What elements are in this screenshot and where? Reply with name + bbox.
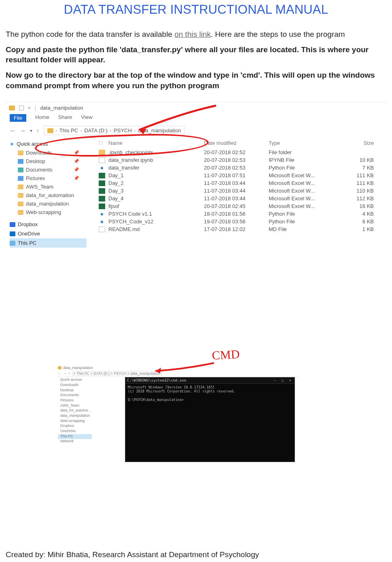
sidebar-thispc[interactable]: This PC [10,238,87,248]
col-type[interactable]: Type [269,140,341,146]
folder-icon [47,128,53,133]
intro-text-a: The python code for the data transfer is… [6,30,174,38]
intro-paragraph: The python code for the data transfer is… [6,29,386,40]
annotation-label-cmd: CMD [212,347,240,363]
pc-icon [10,241,15,246]
cmd-output[interactable]: Microsoft Windows [Version 10.0.17134.16… [125,384,295,403]
excel-icon [99,196,105,201]
sidebar-item-downloads[interactable]: Downloads📌 [10,148,87,157]
file-row[interactable]: Day_211-07-2018 03:44Microsoft Excel W..… [99,179,384,187]
excel-icon [99,173,105,178]
cmd-screenshot: CMD data_manipulation ←→↑> This PC > DAT… [56,365,299,470]
file-row[interactable]: .ipynb_checkpoints20-07-2018 02:52File f… [99,148,384,156]
window-titlebar: ▾ | data_manipulation [6,102,387,113]
downloads-icon [18,151,23,155]
window-title-text: data_manipulation [40,105,83,111]
sidebar-item-documents[interactable]: Documents📌 [10,165,87,174]
window-controls[interactable]: — ▢ ✕ [274,378,293,382]
excel-icon [99,204,105,209]
file-row[interactable]: README.md17-07-2018 12:02MD File1 KB [99,225,384,233]
py-icon [99,219,105,225]
file-row[interactable]: data_transfer20-07-2018 02:53Python File… [99,164,384,172]
recent-dropdown-icon[interactable]: ▾ [30,128,32,134]
documents-icon [18,168,23,172]
sidebar-dropbox[interactable]: Dropbox [10,220,87,229]
pin-icon: 📌 [74,150,79,155]
folder-icon [18,193,23,198]
onedrive-icon [10,231,15,236]
file-row[interactable]: PSYCH_Code_v1219-07-2018 03:56Python Fil… [99,218,384,225]
md-icon [99,227,105,232]
crumb-folder[interactable]: data_manipulation [138,127,181,134]
step-1: Copy and paste the python file 'data_tra… [6,45,386,65]
back-icon[interactable]: ← [10,127,16,134]
file-list-header: Name Date modified Type Size [99,138,384,148]
separator-icon: ▾ [28,105,31,111]
tab-share[interactable]: Share [58,114,72,122]
chevron-right-icon: › [56,128,57,133]
crumb-drive[interactable]: DATA (D:) [84,127,107,134]
sidebar-quick-access[interactable]: ★Quick access [10,139,87,148]
ipynb-icon [99,157,105,163]
sidebar-onedrive[interactable]: OneDrive [10,229,87,238]
sidebar-item-desktop[interactable]: Desktop📌 [10,157,87,165]
folder-icon [9,106,15,110]
folder-icon [18,201,23,206]
dropbox-icon [10,222,15,227]
step-2: Now go to the directory bar at the top o… [6,70,386,91]
sidebar-item-aws[interactable]: AWS_Team [10,182,87,191]
pictures-icon [18,176,23,181]
py-icon [99,165,105,171]
tab-view[interactable]: View [81,114,92,122]
forward-icon[interactable]: → [20,127,26,134]
breadcrumb[interactable]: › This PC › DATA (D:) › PSYCH › data_man… [44,126,185,135]
excel-icon [99,188,105,194]
blank-icon [19,106,24,110]
py-icon [99,211,105,217]
file-row[interactable]: Day_311-07-2018 03:44Microsoft Excel W..… [99,187,384,195]
ribbon-tabs: File Home Share View [6,113,387,124]
file-row[interactable]: data_transfer.ipynb20-07-2018 02:53IPYNB… [99,156,384,164]
file-row[interactable]: Day_111-07-2018 07:51Microsoft Excel W..… [99,172,384,179]
page-title: DATA TRANSFER INSTRUCTIONAL MANUAL [6,2,386,17]
folder-icon [18,185,23,189]
crumb-psych[interactable]: PSYCH [114,127,132,134]
col-date[interactable]: Date modified [204,140,269,146]
folder-icon [99,150,105,155]
up-icon[interactable]: ↑ [36,127,40,134]
file-row[interactable]: fijsof20-07-2018 02:45Microsoft Excel W.… [99,202,384,210]
desktop-icon [18,159,23,164]
explorer-screenshot: ▾ | data_manipulation File Home Share Vi… [6,102,387,329]
command-prompt-window: C:\WINDOWS\system32\cmd.exe — ▢ ✕ Micros… [125,377,295,462]
file-row[interactable]: PSYCH Code v1.118-07-2018 01:56Python Fi… [99,210,384,218]
folder-icon [18,210,23,215]
code-link[interactable]: on this link [174,30,211,38]
sidebar-item-pictures[interactable]: Pictures📌 [10,174,87,182]
star-icon: ★ [10,141,14,147]
col-name[interactable]: Name [99,140,204,146]
tab-file[interactable]: File [10,114,26,122]
intro-text-b: . Here are the steps to use the program [211,30,345,38]
sidebar: ★Quick access Downloads📌 Desktop📌 Docume… [6,137,87,248]
file-list: Name Date modified Type Size .ipynb_chec… [87,137,387,248]
sidebar-item-ws[interactable]: Web-scrapping [10,208,87,216]
tab-home[interactable]: Home [35,114,49,122]
excel-icon [99,180,105,186]
crumb-pc[interactable]: This PC [59,127,78,134]
sidebar-item-dfa[interactable]: data_for_automation [10,191,87,199]
sidebar-item-dm[interactable]: data_manipulation [10,199,87,208]
col-size[interactable]: Size [341,140,374,146]
nav-row: ← → ▾ ↑ › This PC › DATA (D:) › PSYCH › … [6,124,387,137]
folder-icon [58,366,61,369]
file-row[interactable]: Day_411-07-2018 03:44Microsoft Excel W..… [99,195,384,202]
cmd-titlebar: C:\WINDOWS\system32\cmd.exe — ▢ ✕ [125,377,295,384]
